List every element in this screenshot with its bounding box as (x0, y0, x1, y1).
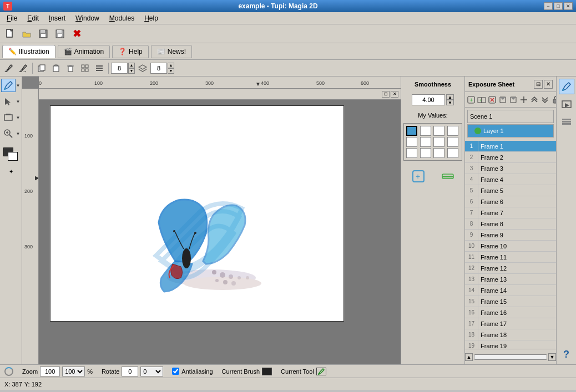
far-right-layers-btn[interactable] (559, 114, 574, 130)
exp-add-scene-btn[interactable]: + (466, 94, 476, 106)
tab-help[interactable]: ❓ Help (112, 45, 149, 58)
exp-add-frame-btn[interactable]: + (477, 94, 487, 106)
color-cell-6[interactable] (433, 137, 444, 147)
tab-news[interactable]: 📰 News! (151, 45, 192, 58)
frame-row-4[interactable]: 4Frame 4 (465, 174, 556, 185)
remove-color-btn[interactable] (440, 170, 456, 183)
close-project-button[interactable]: ✖ (69, 26, 84, 42)
frame-row-7[interactable]: 7Frame 7 (465, 207, 556, 218)
value2-down[interactable]: ▼ (168, 68, 174, 74)
frame-row-16[interactable]: 16Frame 16 (465, 307, 556, 318)
smoothness-up[interactable]: ▲ (446, 94, 454, 100)
frame-row-3[interactable]: 3Frame 3 (465, 163, 556, 174)
value2-up[interactable]: ▲ (168, 63, 174, 68)
selection-tool-arrow[interactable]: ▼ (16, 95, 21, 108)
exp-btn8[interactable] (540, 94, 550, 106)
smoothness-input[interactable] (412, 94, 445, 105)
minimize-btn[interactable]: − (544, 2, 553, 10)
layers-icon-btn[interactable] (93, 62, 106, 75)
maximize-btn[interactable]: □ (554, 2, 563, 10)
color-cell-1[interactable] (420, 126, 431, 136)
delete-btn[interactable] (64, 62, 77, 75)
color-cell-9[interactable] (420, 148, 431, 158)
color-cell-11[interactable] (447, 148, 458, 158)
color-cell-7[interactable] (447, 137, 458, 147)
exp-btn7[interactable] (529, 94, 539, 106)
open-file-button[interactable] (19, 26, 34, 42)
zoom-input[interactable] (40, 366, 60, 376)
frame-row-14[interactable]: 14Frame 14 (465, 285, 556, 296)
extra-tool-1[interactable]: ✦ (3, 165, 19, 178)
frame-row-19[interactable]: 19Frame 19 (465, 340, 556, 349)
frame-row-15[interactable]: 15Frame 15 (465, 296, 556, 307)
background-color-box[interactable] (8, 152, 18, 161)
frame-row-5[interactable]: 5Frame 5 (465, 185, 556, 196)
canvas-close-btn[interactable]: ✕ (391, 91, 398, 98)
exposure-close-btn[interactable]: ✕ (544, 80, 553, 89)
zoom-dropdown[interactable]: 100 50 200 (62, 366, 85, 376)
smoothness-down[interactable]: ▼ (446, 100, 454, 105)
tool-preview[interactable] (316, 368, 326, 375)
close-btn[interactable]: ✕ (564, 2, 573, 10)
layer-1-row[interactable]: Layer 1 (467, 124, 554, 138)
save-file-button[interactable] (36, 26, 51, 42)
zoom-tool-btn[interactable] (1, 127, 16, 140)
view-tool-btn[interactable] (1, 111, 16, 124)
paste-btn[interactable] (49, 62, 63, 75)
frames-scroll-up[interactable]: ▲ (465, 353, 473, 361)
frame-row-12[interactable]: 12Frame 12 (465, 263, 556, 274)
menu-help[interactable]: Help (140, 13, 163, 23)
exp-btn3[interactable] (487, 94, 497, 106)
far-right-help-btn[interactable]: ? (559, 347, 574, 362)
menu-insert[interactable]: Insert (44, 13, 70, 23)
value2-input[interactable] (150, 63, 167, 74)
canvas-restore-btn[interactable]: ⊟ (382, 91, 390, 98)
menu-file[interactable]: File (2, 13, 22, 23)
pen-tool-alt-btn[interactable]: ⇝ (17, 62, 30, 75)
pen-tool-btn[interactable] (2, 62, 16, 75)
brush-tool-arrow[interactable]: ▼ (16, 79, 21, 92)
exposure-float-btn[interactable]: ⊟ (534, 80, 543, 89)
value1-up[interactable]: ▲ (128, 63, 135, 68)
new-file-button[interactable] (2, 26, 18, 42)
brush-color-preview[interactable] (262, 368, 272, 375)
rotate-input[interactable] (122, 366, 138, 376)
far-right-brush-btn[interactable] (559, 79, 574, 94)
color-cell-blue[interactable] (406, 126, 417, 136)
group-btn[interactable] (78, 62, 92, 75)
exp-btn4[interactable] (498, 94, 508, 106)
frame-row-2[interactable]: 2Frame 2 (465, 152, 556, 163)
view-tool-arrow[interactable]: ▼ (16, 111, 21, 124)
antialiasing-checkbox[interactable] (172, 368, 179, 375)
value1-input[interactable] (111, 63, 128, 74)
far-right-scene-btn[interactable] (559, 96, 574, 112)
layers-stack-btn[interactable] (136, 62, 149, 75)
value1-down[interactable]: ▼ (128, 68, 135, 74)
frame-row-1[interactable]: 1Frame 1 (465, 141, 556, 152)
frames-scrollbar-track[interactable] (474, 354, 547, 360)
menu-edit[interactable]: Edit (23, 13, 43, 23)
frame-row-10[interactable]: 10Frame 10 (465, 241, 556, 252)
menu-modules[interactable]: Modules (105, 13, 139, 23)
color-cell-5[interactable] (420, 137, 431, 147)
save-as-button[interactable]: + (52, 26, 68, 42)
selection-tool-btn[interactable] (1, 95, 16, 108)
frame-row-6[interactable]: 6Frame 6 (465, 196, 556, 207)
color-cell-3[interactable] (447, 126, 458, 136)
add-color-btn[interactable]: + (411, 170, 426, 183)
frame-row-18[interactable]: 18Frame 18 (465, 329, 556, 340)
frames-scroll-down[interactable]: ▼ (548, 353, 556, 361)
menu-window[interactable]: Window (71, 13, 104, 23)
frame-row-17[interactable]: 17Frame 17 (465, 318, 556, 329)
scene-1-row[interactable]: Scene 1 (467, 110, 554, 123)
color-cell-10[interactable] (433, 148, 444, 158)
color-cell-8[interactable] (406, 148, 417, 158)
exp-btn6[interactable] (519, 94, 529, 106)
brush-tool-btn[interactable] (1, 79, 16, 92)
color-cell-2[interactable] (433, 126, 444, 136)
canvas-wrapper[interactable]: 0 100 200 300 400 500 600 ▼ 100 200 300 … (22, 77, 401, 364)
tab-animation[interactable]: 🎬 Animation (58, 45, 110, 58)
tab-illustration[interactable]: ✏️ Illustration (2, 45, 55, 58)
frame-row-11[interactable]: 11Frame 11 (465, 252, 556, 263)
drawing-canvas[interactable] (50, 105, 344, 322)
